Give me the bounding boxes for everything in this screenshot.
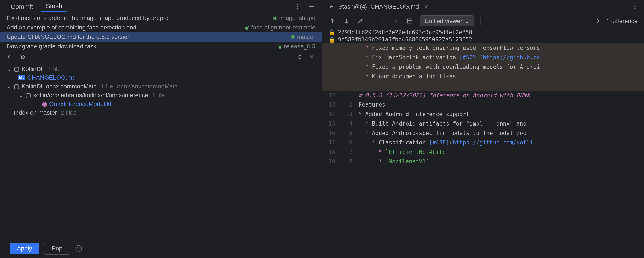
stash-item[interactable]: Fix dimensions order in the image shape …: [0, 13, 322, 23]
lock-icon: 🔒: [328, 36, 335, 43]
edit-icon[interactable]: [357, 17, 364, 25]
tag-icon: ◉: [273, 15, 278, 21]
tree-folder[interactable]: ⌄ ▢ KotlinDL 1 file: [0, 65, 322, 73]
tree-folder[interactable]: ⌄ ▢ KotlinDL.onnx.commonMain 1 file onnx…: [0, 82, 322, 91]
markdown-icon: M↓: [18, 75, 25, 80]
diff-content[interactable]: * Fixed memory leak ensuring used Tensor…: [322, 43, 644, 258]
stash-message: Update CHANGELOG.md for the 0.5.1 versio…: [6, 34, 131, 40]
tab-commit[interactable]: Commit: [6, 1, 37, 12]
more-icon[interactable]: [294, 3, 301, 11]
file-toolbar: [0, 51, 322, 63]
tree-file-name: CHANGELOG.md: [27, 74, 76, 81]
hash-before: 🔒 2793bffb29f2d0c2e22edc693c3ac95d4ef2e8…: [322, 29, 644, 36]
chevron-down-icon: ⌄: [464, 18, 470, 25]
chevron-down-icon: ⌄: [18, 92, 24, 99]
svg-point-1: [297, 6, 298, 7]
tree-folder[interactable]: › Index on master 2 files: [0, 108, 322, 117]
tree-label: kotlin/org/jetbrains/kotlinx/dl/onnx/inf…: [33, 92, 148, 99]
nav-back-icon: [378, 17, 385, 25]
stash-message: Downgrade gradle-download-task: [6, 43, 96, 50]
chevron-down-icon: ⌄: [6, 65, 12, 72]
svg-point-4: [22, 56, 23, 58]
next-diff-icon[interactable]: [342, 17, 350, 25]
tree-label: Index on master: [14, 109, 57, 116]
viewer-select[interactable]: Unified viewer ⌄: [420, 16, 474, 27]
more-icon[interactable]: [631, 3, 639, 11]
group-by-icon[interactable]: [6, 53, 14, 61]
folder-icon: ▢: [14, 65, 19, 72]
tag-icon: ◉: [291, 34, 295, 40]
tree-file[interactable]: M↓ CHANGELOG.md: [0, 73, 322, 82]
help-icon[interactable]: ?: [75, 245, 82, 252]
minimize-icon[interactable]: [308, 3, 315, 11]
prev-diff-icon[interactable]: [328, 17, 336, 25]
svg-point-0: [297, 4, 298, 5]
tree-file-count: 1 file: [48, 66, 61, 72]
stash-tag: ◉image_shape: [273, 15, 315, 22]
stash-tag: ◉master: [291, 34, 315, 40]
preview-icon[interactable]: [18, 53, 26, 61]
diff-count: 1 difference: [606, 18, 638, 25]
tree-label: KotlinDL: [22, 66, 44, 72]
lock-icon: 🔒: [328, 29, 335, 36]
stash-item[interactable]: Downgrade gradle-download-task ◉release_…: [0, 42, 322, 51]
stash-message: Add an example of combining face detecti…: [6, 24, 136, 31]
chevron-right-icon: ›: [6, 109, 12, 116]
pop-button[interactable]: Pop: [44, 242, 70, 254]
hash-after: 🔒 9e589fb149b261a5fbc4668645950927a51236…: [322, 36, 644, 43]
list-icon[interactable]: [406, 17, 414, 25]
stash-item-selected[interactable]: Update CHANGELOG.md for the 0.5.1 versio…: [0, 32, 322, 42]
svg-point-2: [297, 8, 298, 9]
folder-icon: ▢: [14, 83, 19, 90]
tree-file-count: 1 file: [152, 92, 165, 99]
svg-rect-8: [408, 19, 412, 23]
tab-stash[interactable]: Stash: [42, 1, 66, 13]
tag-icon: ◉: [278, 43, 282, 49]
chevron-down-icon: ⌄: [6, 83, 12, 90]
back-arrow-icon[interactable]: [327, 3, 335, 11]
stash-tag: ◉face-alignment-example: [245, 24, 315, 31]
tree-file-count: 1 file: [100, 83, 113, 90]
stash-message: Fix dimensions order in the image shape …: [6, 15, 168, 22]
close-tab-icon[interactable]: [422, 3, 430, 11]
svg-point-6: [634, 6, 636, 7]
folder-icon: ▢: [26, 92, 31, 99]
diff-toolbar: Unified viewer ⌄ 1 difference: [322, 13, 644, 29]
file-tree: ⌄ ▢ KotlinDL 1 file M↓ CHANGELOG.md ⌄ ▢ …: [0, 63, 322, 239]
stash-tag: ◉release_0.5: [278, 43, 315, 50]
kotlin-icon: ◉: [42, 100, 47, 107]
tree-file-name: OnnxInferenceModel.kt: [49, 101, 112, 107]
diff-header: Stash@{4}: CHANGELOG.md: [322, 0, 644, 13]
nav-forward-icon[interactable]: [392, 17, 400, 25]
tag-icon: ◉: [245, 25, 250, 31]
stash-list: Fix dimensions order in the image shape …: [0, 13, 322, 51]
collapse-icon[interactable]: [308, 53, 315, 61]
tabs-bar: Commit Stash: [0, 0, 322, 13]
tree-folder[interactable]: ⌄ ▢ kotlin/org/jetbrains/kotlinx/dl/onnx…: [0, 91, 322, 99]
svg-point-7: [634, 8, 636, 9]
tree-file[interactable]: ◉ OnnxInferenceModel.kt: [0, 99, 322, 108]
tree-label: KotlinDL.onnx.commonMain: [22, 83, 96, 90]
stash-item[interactable]: Add an example of combining face detecti…: [0, 23, 322, 32]
action-bar: Apply Pop ?: [0, 239, 322, 258]
expand-icon[interactable]: [296, 53, 304, 61]
chevron-right-icon[interactable]: [594, 17, 602, 25]
apply-button[interactable]: Apply: [10, 243, 39, 254]
diff-title: Stash@{4}: CHANGELOG.md: [338, 3, 419, 10]
svg-point-5: [634, 4, 636, 5]
tree-path: onnx/src/commonMain: [117, 83, 178, 90]
tree-file-count: 2 files: [61, 109, 76, 116]
